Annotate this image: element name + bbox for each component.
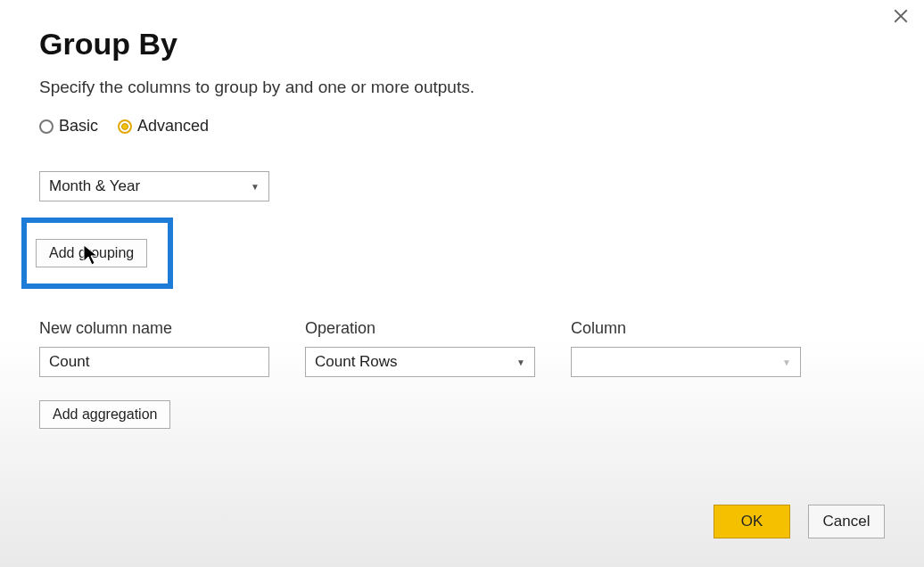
dialog-title: Group By	[39, 27, 885, 62]
chevron-down-icon: ▼	[782, 357, 791, 367]
radio-advanced[interactable]: Advanced	[118, 117, 209, 136]
cancel-label: Cancel	[823, 513, 870, 530]
grouping-column-value: Month & Year	[49, 177, 140, 195]
cancel-button[interactable]: Cancel	[808, 505, 885, 538]
add-grouping-button[interactable]: Add grouping	[36, 239, 147, 267]
chevron-down-icon: ▼	[516, 357, 525, 367]
ok-button[interactable]: OK	[714, 505, 790, 538]
add-grouping-label: Add grouping	[49, 245, 134, 261]
close-icon	[893, 8, 909, 28]
add-aggregation-label: Add aggregation	[53, 407, 157, 423]
column-label: Column	[571, 319, 801, 338]
operation-label: Operation	[305, 319, 535, 338]
operation-dropdown[interactable]: Count Rows ▼	[305, 347, 535, 377]
radio-icon-selected	[118, 119, 132, 134]
close-button[interactable]	[888, 5, 913, 30]
chevron-down-icon: ▼	[251, 182, 260, 192]
new-column-group: New column name	[39, 319, 269, 377]
new-column-label: New column name	[39, 319, 269, 338]
add-aggregation-button[interactable]: Add aggregation	[39, 400, 170, 429]
radio-basic[interactable]: Basic	[39, 117, 98, 136]
aggregation-row: New column name Operation Count Rows ▼ C…	[39, 319, 885, 377]
group-by-dialog: Group By Specify the columns to group by…	[0, 0, 924, 567]
ok-label: OK	[741, 513, 763, 530]
radio-advanced-label: Advanced	[137, 117, 209, 136]
radio-dot-icon	[121, 123, 128, 130]
column-dropdown[interactable]: ▼	[571, 347, 801, 377]
column-group: Column ▼	[571, 319, 801, 377]
grouping-column-dropdown[interactable]: Month & Year ▼	[39, 171, 269, 201]
operation-group: Operation Count Rows ▼	[305, 319, 535, 377]
radio-icon	[39, 119, 54, 134]
mode-radio-group: Basic Advanced	[39, 117, 885, 136]
dialog-footer: OK Cancel	[714, 505, 885, 538]
radio-basic-label: Basic	[59, 117, 98, 136]
tutorial-highlight: Add grouping	[21, 218, 173, 289]
new-column-input[interactable]	[39, 347, 269, 377]
dialog-subtitle: Specify the columns to group by and one …	[39, 78, 885, 97]
operation-value: Count Rows	[315, 353, 398, 371]
